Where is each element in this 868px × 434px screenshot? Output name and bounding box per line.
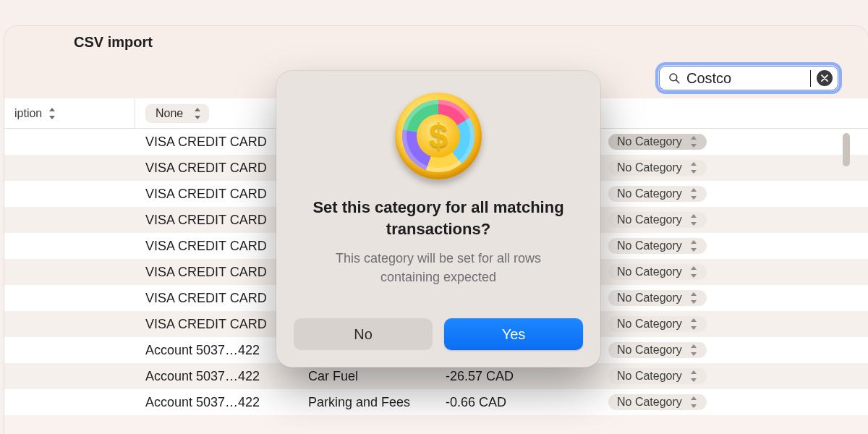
cell-account: VISA CREDIT CARD — [135, 161, 298, 176]
category-dropdown-label: No Category — [617, 318, 682, 331]
chevron-updown-icon — [689, 187, 699, 200]
window-titlebar: CSV import — [4, 26, 868, 58]
cell-set-category: No Category — [598, 342, 868, 358]
cell-account: Account 5037…422 — [135, 395, 298, 410]
cell-set-category: No Category — [598, 394, 868, 410]
cell-set-category: No Category — [598, 160, 868, 176]
category-dropdown-label: No Category — [617, 344, 682, 357]
column-description[interactable]: iption — [4, 98, 135, 128]
cell-account: Account 5037…422 — [135, 343, 298, 358]
cell-set-category: No Category — [598, 264, 868, 280]
chevron-updown-icon — [689, 239, 699, 252]
chevron-updown-icon — [689, 318, 699, 331]
category-dropdown-label: No Category — [617, 161, 682, 174]
chevron-updown-icon — [689, 344, 699, 357]
dialog-subtitle: This category will be set for all rows c… — [308, 250, 569, 286]
chevron-updown-icon — [689, 370, 699, 383]
cell-account: VISA CREDIT CARD — [135, 213, 298, 228]
close-icon — [821, 75, 828, 82]
table-row[interactable]: Account 5037…422Parking and Fees-0.66 CA… — [4, 389, 868, 415]
cell-account: VISA CREDIT CARD — [135, 187, 298, 202]
category-dropdown[interactable]: No Category — [608, 290, 707, 306]
cell-set-category: No Category — [598, 186, 868, 202]
confirm-dialog: $ Set this category for all matching tra… — [276, 71, 600, 367]
cell-account: VISA CREDIT CARD — [135, 291, 298, 306]
cell-account: VISA CREDIT CARD — [135, 317, 298, 332]
category-dropdown-label: No Category — [617, 213, 682, 226]
category-dropdown-label: No Category — [617, 187, 682, 200]
category-dropdown[interactable]: No Category — [608, 368, 707, 384]
account-filter-dropdown[interactable]: None — [145, 104, 209, 123]
chevron-updown-icon — [689, 292, 699, 305]
category-dropdown[interactable]: No Category — [608, 186, 707, 202]
column-account[interactable]: None — [135, 98, 298, 128]
chevron-updown-icon — [689, 213, 699, 226]
svg-line-1 — [676, 80, 679, 83]
cell-set-category: No Category — [598, 368, 868, 384]
category-dropdown[interactable]: No Category — [608, 264, 707, 280]
cell-account: VISA CREDIT CARD — [135, 239, 298, 254]
cell-set-category: No Category — [598, 316, 868, 332]
search-clear-button[interactable] — [817, 70, 833, 86]
scrollbar-thumb[interactable] — [843, 133, 850, 166]
cell-amount: -0.66 CAD — [435, 395, 598, 410]
window-title: CSV import — [74, 34, 153, 51]
dialog-title: Set this category for all matching trans… — [301, 197, 576, 239]
sort-stepper-icon — [48, 107, 58, 120]
cell-set-category: No Category — [598, 212, 868, 228]
search-icon — [668, 72, 681, 85]
search-value: Costco — [686, 70, 811, 87]
column-set-category[interactable] — [598, 98, 868, 128]
cell-account: VISA CREDIT CARD — [135, 265, 298, 280]
cell-set-category: No Category — [598, 290, 868, 306]
cell-set-category: No Category — [598, 238, 868, 254]
cell-amount: -26.57 CAD — [435, 369, 598, 384]
chevron-updown-icon — [193, 107, 203, 120]
category-dropdown[interactable]: No Category — [608, 238, 707, 254]
chevron-updown-icon — [689, 396, 699, 409]
no-button[interactable]: No — [294, 318, 433, 350]
category-dropdown[interactable]: No Category — [608, 134, 707, 150]
chevron-updown-icon — [689, 265, 699, 278]
category-dropdown[interactable]: No Category — [608, 316, 707, 332]
category-dropdown[interactable]: No Category — [608, 160, 707, 176]
category-dropdown-label: No Category — [617, 265, 682, 278]
category-dropdown[interactable]: No Category — [608, 342, 707, 358]
category-dropdown-label: No Category — [617, 239, 682, 252]
cell-set-category: No Category — [598, 134, 868, 150]
category-dropdown[interactable]: No Category — [608, 394, 707, 410]
category-dropdown-label: No Category — [617, 396, 682, 409]
category-dropdown[interactable]: No Category — [608, 212, 707, 228]
cell-account: VISA CREDIT CARD — [135, 135, 298, 150]
column-description-label: iption — [14, 107, 42, 120]
scrollbar[interactable] — [841, 129, 851, 434]
chevron-updown-icon — [689, 135, 699, 148]
cell-category: Parking and Fees — [298, 395, 435, 410]
category-dropdown-label: No Category — [617, 370, 682, 383]
cell-account: Account 5037…422 — [135, 369, 298, 384]
search-input[interactable]: Costco — [658, 65, 839, 91]
app-coin-icon: $ — [395, 93, 482, 179]
category-dropdown-label: No Category — [617, 292, 682, 305]
chevron-updown-icon — [689, 161, 699, 174]
category-dropdown-label: No Category — [617, 135, 682, 148]
dialog-button-row: No Yes — [294, 318, 583, 350]
cell-category: Car Fuel — [298, 369, 435, 384]
yes-button[interactable]: Yes — [444, 318, 583, 350]
